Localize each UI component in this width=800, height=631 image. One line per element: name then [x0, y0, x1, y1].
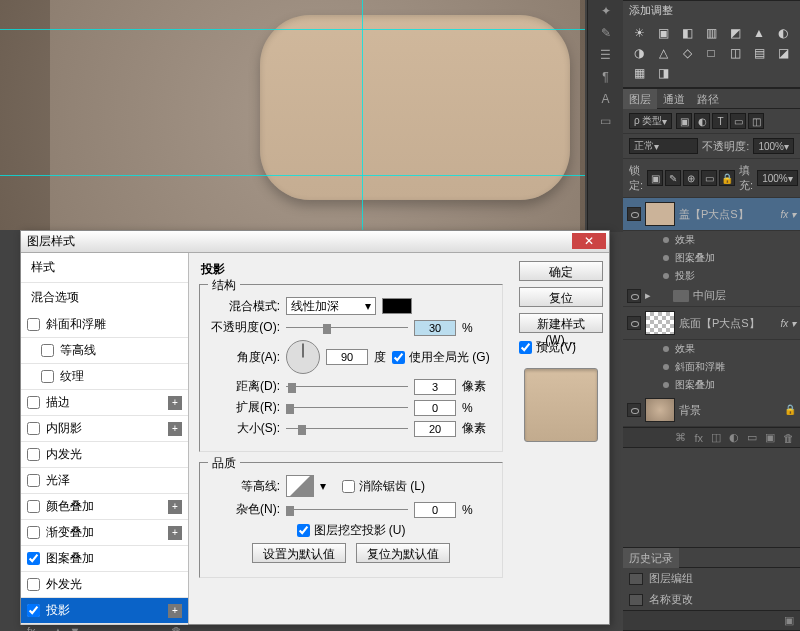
layer-thumbnail[interactable]: [645, 202, 675, 226]
adjustment-icon[interactable]: ◇: [677, 45, 697, 61]
disclosure-icon[interactable]: ▸: [645, 289, 651, 302]
trash-icon[interactable]: 🗑: [171, 625, 182, 631]
add-instance-icon[interactable]: +: [168, 500, 182, 514]
tool-icon[interactable]: ✎: [588, 22, 623, 44]
close-button[interactable]: ✕: [572, 233, 606, 249]
layer-row[interactable]: 底面【P大点S】fx ▾: [623, 307, 800, 340]
noise-slider[interactable]: [286, 504, 408, 516]
lock-option-icon[interactable]: 🔒: [719, 170, 735, 186]
styles-header[interactable]: 样式: [21, 253, 188, 282]
fx-icon[interactable]: fx: [694, 432, 703, 444]
move-up-icon[interactable]: ▲: [53, 625, 64, 631]
dialog-titlebar[interactable]: 图层样式 ✕: [21, 231, 609, 253]
layer-effect-item[interactable]: 投影: [623, 267, 800, 285]
style-item-等高线[interactable]: 等高线: [21, 338, 188, 364]
contour-picker[interactable]: [286, 475, 314, 497]
adjustment-icon[interactable]: ▤: [749, 45, 769, 61]
noise-input[interactable]: 0: [414, 502, 456, 518]
filter-kind-icon[interactable]: ▣: [676, 113, 692, 129]
history-item[interactable]: 图层编组: [623, 568, 800, 589]
distance-input[interactable]: 3: [414, 379, 456, 395]
size-slider[interactable]: [286, 423, 408, 435]
visibility-toggle-icon[interactable]: [627, 316, 641, 330]
layer-opacity-input[interactable]: 100% ▾: [753, 138, 794, 154]
move-down-icon[interactable]: ▼: [69, 625, 80, 631]
layer-row[interactable]: 盖【P大点S】fx ▾: [623, 198, 800, 231]
angle-input[interactable]: 90: [326, 349, 368, 365]
adjustment-icon[interactable]: ☀: [629, 25, 649, 41]
shadow-color-swatch[interactable]: [382, 298, 412, 314]
mask-icon[interactable]: ◫: [711, 431, 721, 444]
layer-effect-item[interactable]: 效果: [623, 231, 800, 249]
use-global-light-checkbox[interactable]: 使用全局光 (G): [392, 349, 490, 366]
tab-图层[interactable]: 图层: [623, 89, 657, 109]
tool-icon[interactable]: ¶: [588, 66, 623, 88]
fx-badge[interactable]: fx ▾: [780, 318, 796, 329]
adjustment-icon[interactable]: ▥: [701, 25, 721, 41]
lock-option-icon[interactable]: ⊕: [683, 170, 699, 186]
style-item-颜色叠加[interactable]: 颜色叠加+: [21, 494, 188, 520]
style-item-渐变叠加[interactable]: 渐变叠加+: [21, 520, 188, 546]
trash-icon[interactable]: 🗑: [783, 432, 794, 444]
add-instance-icon[interactable]: +: [168, 396, 182, 410]
ok-button[interactable]: 确定: [519, 261, 603, 281]
lock-option-icon[interactable]: ▣: [647, 170, 663, 186]
history-item[interactable]: 名称更改: [623, 589, 800, 610]
lock-option-icon[interactable]: ▭: [701, 170, 717, 186]
fx-badge[interactable]: fx ▾: [780, 209, 796, 220]
adjustment-icon[interactable]: ◧: [677, 25, 697, 41]
adjustment-icon[interactable]: ▦: [629, 65, 649, 81]
group-icon[interactable]: ▭: [747, 431, 757, 444]
antialias-checkbox[interactable]: 消除锯齿 (L): [342, 478, 425, 495]
preview-checkbox[interactable]: 预览(V): [519, 339, 603, 356]
adjustment-icon[interactable]: ◐: [773, 25, 793, 41]
new-layer-icon[interactable]: ▣: [765, 431, 775, 444]
add-instance-icon[interactable]: +: [168, 526, 182, 540]
adjustment-icon[interactable]: ◩: [725, 25, 745, 41]
adjustment-icon[interactable]: ◨: [653, 65, 673, 81]
tool-icon[interactable]: ☰: [588, 44, 623, 66]
layer-thumbnail[interactable]: [645, 398, 675, 422]
style-item-光泽[interactable]: 光泽: [21, 468, 188, 494]
style-item-内阴影[interactable]: 内阴影+: [21, 416, 188, 442]
adjustment-icon[interactable]: ▣: [653, 25, 673, 41]
fx-menu-icon[interactable]: fx᰽: [27, 625, 47, 631]
filter-kind-icon[interactable]: ◫: [748, 113, 764, 129]
adjustment-layer-icon[interactable]: ◐: [729, 431, 739, 444]
layer-row[interactable]: 背景🔒: [623, 394, 800, 427]
style-item-外发光[interactable]: 外发光: [21, 572, 188, 598]
adjustment-icon[interactable]: □: [701, 45, 721, 61]
size-input[interactable]: 20: [414, 421, 456, 437]
make-default-button[interactable]: 设置为默认值: [252, 543, 346, 563]
add-instance-icon[interactable]: +: [168, 604, 182, 618]
spread-input[interactable]: 0: [414, 400, 456, 416]
style-item-纹理[interactable]: 纹理: [21, 364, 188, 390]
link-icon[interactable]: ⌘: [675, 431, 686, 444]
add-instance-icon[interactable]: +: [168, 422, 182, 436]
tab-通道[interactable]: 通道: [657, 89, 691, 108]
opacity-slider[interactable]: [286, 322, 408, 334]
visibility-toggle-icon[interactable]: [627, 403, 641, 417]
layer-effect-item[interactable]: 图案叠加: [623, 376, 800, 394]
style-item-斜面和浮雕[interactable]: 斜面和浮雕: [21, 312, 188, 338]
angle-wheel[interactable]: [286, 340, 320, 374]
layer-thumbnail[interactable]: [645, 311, 675, 335]
layer-fill-input[interactable]: 100% ▾: [757, 170, 798, 186]
filter-kind-icon[interactable]: T: [712, 113, 728, 129]
style-item-内发光[interactable]: 内发光: [21, 442, 188, 468]
filter-kind-select[interactable]: ρ 类型 ▾: [629, 113, 672, 129]
tool-icon[interactable]: ▭: [588, 110, 623, 132]
blend-mode-select[interactable]: 线性加深▾: [286, 297, 376, 315]
distance-slider[interactable]: [286, 381, 408, 393]
adjustment-icon[interactable]: ◫: [725, 45, 745, 61]
reset-default-button[interactable]: 复位为默认值: [356, 543, 450, 563]
style-item-投影[interactable]: 投影+: [21, 598, 188, 624]
filter-kind-icon[interactable]: ◐: [694, 113, 710, 129]
layer-effect-item[interactable]: 效果: [623, 340, 800, 358]
new-style-button[interactable]: 新建样式(W)…: [519, 313, 603, 333]
adjustment-icon[interactable]: ◪: [773, 45, 793, 61]
opacity-input[interactable]: 30: [414, 320, 456, 336]
filter-kind-icon[interactable]: ▭: [730, 113, 746, 129]
history-icon[interactable]: ▣: [784, 614, 794, 627]
style-item-描边[interactable]: 描边+: [21, 390, 188, 416]
